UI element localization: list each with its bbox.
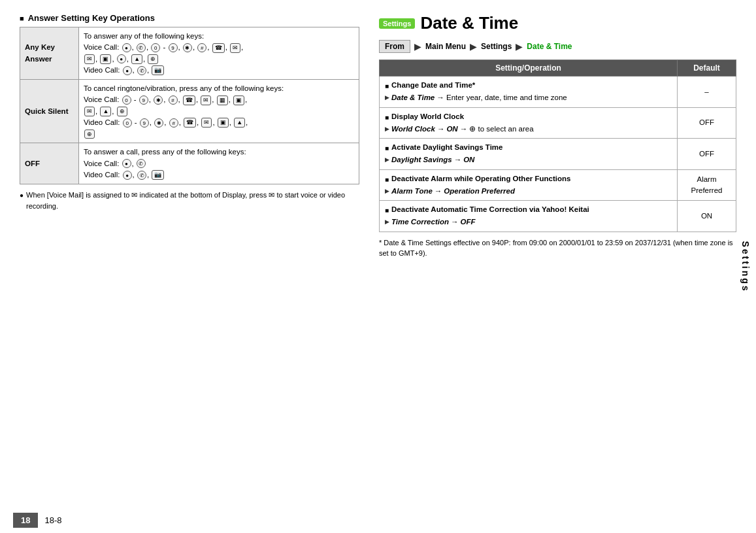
key-icon: ✆ <box>137 159 146 168</box>
key-icon: ✱ <box>183 43 192 52</box>
table-row: Deactivate Alarm while Operating Other F… <box>380 169 736 201</box>
key-icon: # <box>169 118 178 128</box>
setting-cell: Activate Daylight Savings Time Daylight … <box>380 139 678 170</box>
setting-cell: Deactivate Alarm while Operating Other F… <box>380 169 678 201</box>
key-icon: 0 <box>123 118 132 128</box>
right-column: Settings Date & Time From ▶ Main Menu ▶ … <box>379 13 736 494</box>
row-sub-arrow: → Enter year, date, time and time zone <box>436 92 567 103</box>
row-sub-arrow: → <box>451 216 459 228</box>
row-sub-more: → ⊕ to select an area <box>460 124 534 135</box>
table-row: Activate Daylight Savings Time Daylight … <box>380 139 736 170</box>
key-icon: ☎ <box>212 43 225 53</box>
key-icon: ☎ <box>183 95 195 105</box>
breadcrumb-arrow2: ▶ <box>470 41 477 52</box>
row-title: Deactivate Alarm while Operating Other F… <box>385 173 672 184</box>
row-key: Any KeyAnswer <box>20 27 79 80</box>
key-icon: 0 <box>151 43 160 52</box>
col-default: Default <box>678 60 736 77</box>
key-icon: ● <box>117 54 126 63</box>
row-sub-off: OFF <box>460 216 475 228</box>
key-icon: 0 <box>122 95 131 105</box>
key-icon: 9 <box>169 43 178 52</box>
key-icon: ☎ <box>184 118 196 128</box>
row-sub: Time Correction → OFF <box>385 216 672 228</box>
default-cell: AlarmPreferred <box>678 169 736 201</box>
breadcrumb-arrow3: ▶ <box>516 41 523 52</box>
row-sub: World Clock → ON → ⊕ to select an area <box>385 124 672 135</box>
key-icon: # <box>197 43 206 52</box>
key-icon: ✉ <box>84 107 95 116</box>
table-header-row: Setting/Operation Default <box>380 60 736 77</box>
footnote: * Date & Time Settings effective on 940P… <box>379 237 736 259</box>
page-title: Date & Time <box>420 13 518 33</box>
key-icon: 📷 <box>152 170 164 180</box>
key-icon: 9 <box>139 95 148 105</box>
row-desc: To cancel ringtone/vibration, press any … <box>79 80 359 143</box>
settings-table: Setting/Operation Default Change Date an… <box>379 60 736 232</box>
key-icon: 📷 <box>152 65 164 75</box>
row-desc: To answer a call, press any of the follo… <box>79 143 359 184</box>
row-sub: Daylight Savings → ON <box>385 154 672 165</box>
key-icon: ▣ <box>218 118 229 128</box>
date-time-header: Settings Date & Time <box>379 13 736 33</box>
key-icon: ✆ <box>137 43 146 52</box>
row-sub-text: Date & Time <box>391 92 435 103</box>
page-footer: 18 18-8 <box>0 507 756 533</box>
setting-cell: Change Date and Time* Date & Time → Ente… <box>380 77 678 108</box>
page-number-text: 18-8 <box>44 515 61 525</box>
table-row: Deactivate Automatic Time Correction via… <box>380 201 736 232</box>
key-icon: ⊕ <box>84 129 95 139</box>
row-sub-text2: ON <box>446 124 457 135</box>
breadcrumb-item-settings: Settings <box>481 42 512 51</box>
default-cell: ON <box>678 201 736 232</box>
settings-badge: Settings <box>379 18 415 29</box>
page-number-box: 18 <box>13 513 38 528</box>
key-icon: ✆ <box>137 66 146 75</box>
page-container: Answer Setting Key Operations Any KeyAns… <box>0 0 756 507</box>
row-sub-text: Alarm Tone <box>391 186 433 197</box>
row-title: Change Date and Time* <box>385 80 672 91</box>
key-icon: ▲ <box>234 118 245 128</box>
row-desc: To answer any of the following keys: Voi… <box>79 27 359 80</box>
row-sub-on: ON <box>463 154 474 165</box>
key-icon: ✉ <box>201 95 211 105</box>
key-icon: ▲ <box>131 54 142 64</box>
key-icon: ⊕ <box>117 107 127 116</box>
key-icon: ✉ <box>230 43 240 53</box>
key-icon: ✉ <box>84 54 95 64</box>
breadcrumb-item-datetime: Date & Time <box>527 42 572 51</box>
row-sub-arrow: → <box>437 124 445 135</box>
key-icon: ⊕ <box>148 54 158 64</box>
key-icon: # <box>169 95 178 105</box>
key-icon: ✉ <box>201 118 212 128</box>
setting-cell: Deactivate Automatic Time Correction via… <box>380 201 678 232</box>
left-section-title: Answer Setting Key Operations <box>20 13 359 23</box>
row-title: Activate Daylight Savings Time <box>385 142 672 153</box>
row-sub-text: Time Correction <box>391 216 449 228</box>
row-sub: Date & Time → Enter year, date, time and… <box>385 92 672 103</box>
breadcrumb-from: From <box>379 40 410 53</box>
bullet-note: When [Voice Mail] is assigned to ✉ indic… <box>20 190 359 211</box>
row-sub-arrow: → <box>435 186 442 197</box>
key-icon: ▲ <box>100 107 111 116</box>
row-sub: Alarm Tone → Operation Preferred <box>385 186 672 197</box>
breadcrumb: From ▶ Main Menu ▶ Settings ▶ Date & Tim… <box>379 40 736 53</box>
setting-cell: Display World Clock World Clock → ON → ⊕… <box>380 107 678 139</box>
row-sub-text: World Clock <box>391 124 435 135</box>
table-row: Display World Clock World Clock → ON → ⊕… <box>380 107 736 139</box>
col-setting: Setting/Operation <box>380 60 678 77</box>
key-icon: ● <box>123 171 132 180</box>
key-icon: ▦ <box>217 95 228 105</box>
breadcrumb-item-mainmenu: Main Menu <box>425 42 466 51</box>
row-key: Quick Silent <box>20 80 79 143</box>
row-sub-arrow: → <box>454 154 462 165</box>
left-column: Answer Setting Key Operations Any KeyAns… <box>20 13 359 494</box>
key-icon: ● <box>122 43 131 52</box>
table-row: OFF To answer a call, press any of the f… <box>20 143 359 184</box>
row-sub-text: Daylight Savings <box>391 154 452 165</box>
key-icon: ● <box>123 66 132 75</box>
table-row: Quick Silent To cancel ringtone/vibratio… <box>20 80 359 143</box>
default-cell: OFF <box>678 139 736 170</box>
key-icon: ✱ <box>154 118 163 128</box>
key-icon: 9 <box>140 118 149 128</box>
